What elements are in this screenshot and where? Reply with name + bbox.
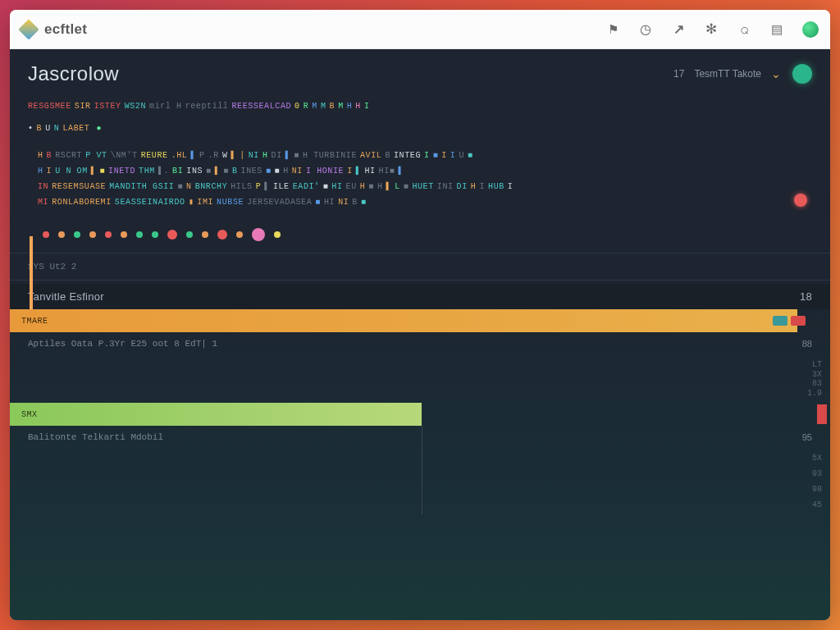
code-token: ▌	[190, 148, 196, 163]
code-token: B	[37, 121, 43, 136]
ruler-mark: LT	[801, 360, 822, 369]
detail-text: Aptiles Oata P.3Yr E25 oot 8 EdT| 1	[28, 339, 217, 349]
code-token: ▌	[91, 163, 97, 179]
code-token: HI	[364, 163, 375, 179]
vertical-divider	[422, 449, 422, 514]
ruler-mark: 5X	[801, 454, 822, 463]
app-logo-icon	[18, 19, 39, 39]
divider	[10, 253, 830, 253]
code-token: INI	[437, 179, 454, 194]
code-token: MI	[38, 194, 48, 210]
timeline-dot[interactable]	[74, 231, 80, 238]
code-token: ▌	[398, 163, 404, 179]
code-token: NI	[338, 194, 349, 210]
divider	[10, 280, 830, 281]
share-icon[interactable]	[671, 22, 686, 37]
code-token: ▮	[189, 194, 194, 210]
profiler-body: TMARE Aptiles Oata P.3Yr E25 oot 8 EdT| …	[10, 309, 830, 620]
code-token: SIR	[75, 98, 91, 114]
ruler-marks: LT3X831.9	[801, 355, 822, 403]
code-token: .R	[208, 148, 219, 163]
code-token: U	[459, 148, 464, 163]
app-window: ecftlet Jascrolow 17 TesmTT Takote ⌄ RES	[10, 10, 830, 620]
code-token: P	[199, 148, 205, 163]
code-token: EU	[346, 179, 357, 194]
code-line: HIU N OM▌■INETDTHM▌.BIINS■▌■BINES■■HNII …	[38, 163, 812, 179]
code-token: REURE	[141, 148, 168, 163]
code-token: B	[385, 148, 390, 163]
code-token: ■	[315, 194, 321, 210]
timeline-dot[interactable]	[43, 231, 49, 238]
timeline-dot[interactable]	[89, 231, 96, 238]
code-token: H TURBINIE	[303, 148, 357, 163]
timeline-dot[interactable]	[105, 231, 112, 238]
flag-icon[interactable]	[605, 22, 620, 37]
user-avatar[interactable]	[802, 21, 819, 38]
timeline-dots[interactable]	[10, 217, 830, 249]
code-token: ▌	[386, 179, 392, 194]
code-token: HI	[324, 194, 335, 210]
code-token: ■	[223, 163, 229, 179]
timeline-dot[interactable]	[152, 231, 158, 238]
code-token: I HONIE	[306, 163, 344, 179]
code-token: SEASSEINAIRDO	[115, 194, 185, 210]
code-token: HILS	[231, 179, 252, 194]
run-button[interactable]	[792, 64, 812, 84]
timeline-dot[interactable]	[274, 231, 281, 238]
code-token: REESSEALCAD	[231, 98, 291, 114]
profiler-detail-row: Balitonte Telkarti Mdobil 95	[10, 426, 830, 449]
profiler-title: Tanvitle Esfinor	[28, 290, 104, 303]
timeline-dot[interactable]	[202, 231, 208, 238]
code-editor[interactable]: RESGSMEESIRISTEYWS2Nmirl HreeptillREESSE…	[10, 97, 830, 217]
chip-icon[interactable]	[773, 316, 788, 326]
code-token: INES	[241, 163, 262, 179]
code-token: I	[479, 179, 485, 194]
code-token: R	[304, 98, 309, 114]
profiler-spacer: LT3X831.9	[10, 355, 830, 403]
code-token: mirl H	[149, 98, 182, 114]
timeline-dot[interactable]	[167, 230, 177, 240]
mode-selector[interactable]: 17 TesmTT Takote ⌄	[673, 67, 781, 80]
ruler-marks: 5X939845	[801, 449, 822, 514]
code-token: IMI	[197, 194, 213, 210]
code-line: HBRSCRTP VT\NM'TREURE.HL▌P.RW▌|NIHDI▌■H …	[38, 148, 812, 163]
close-chip-icon[interactable]	[791, 316, 806, 326]
profiler-bar-row[interactable]: TMARE	[10, 309, 830, 332]
code-token: I	[450, 148, 456, 163]
timeline-dot[interactable]	[252, 228, 265, 241]
code-token: HUET	[412, 179, 433, 194]
code-token: H	[38, 148, 43, 163]
timeline-dot[interactable]	[58, 231, 65, 238]
chevron-down-icon: ⌄	[771, 67, 781, 80]
code-token: 0	[294, 98, 300, 114]
code-token: ●	[96, 121, 102, 136]
gutter-highlight	[30, 236, 33, 312]
panel-icon[interactable]	[769, 22, 784, 37]
code-token: ■	[206, 163, 212, 179]
error-marker-icon[interactable]	[794, 194, 807, 207]
row-controls[interactable]	[773, 316, 806, 326]
settings-icon[interactable]	[704, 22, 719, 37]
timeline-dot[interactable]	[136, 231, 143, 238]
code-token: H	[262, 148, 268, 163]
code-token: ■	[266, 163, 272, 179]
timeline-dot[interactable]	[121, 231, 127, 238]
timeline-dot[interactable]	[186, 231, 193, 238]
search-icon[interactable]	[737, 22, 751, 37]
code-token: B	[352, 194, 358, 210]
timeline-dot[interactable]	[217, 230, 227, 240]
code-token: HI■	[379, 163, 395, 179]
code-line: MIRONLABOREMISEASSEINAIRDO▮IMINUBSEJERSE…	[38, 194, 812, 210]
code-token: BNRCHY	[195, 179, 228, 194]
titlebar-actions	[605, 21, 819, 38]
ruler-mark: 1.9	[801, 389, 822, 398]
code-token: I	[364, 98, 370, 114]
code-token: MANDITH GSII	[109, 179, 174, 194]
profiler-bar-row[interactable]: SMX	[10, 403, 830, 426]
timeline-dot[interactable]	[236, 231, 243, 238]
code-token: ■	[368, 179, 374, 194]
code-token: ■	[294, 148, 299, 163]
code-token: ■	[323, 179, 329, 194]
history-icon[interactable]	[638, 22, 653, 37]
code-token: H	[283, 163, 289, 179]
